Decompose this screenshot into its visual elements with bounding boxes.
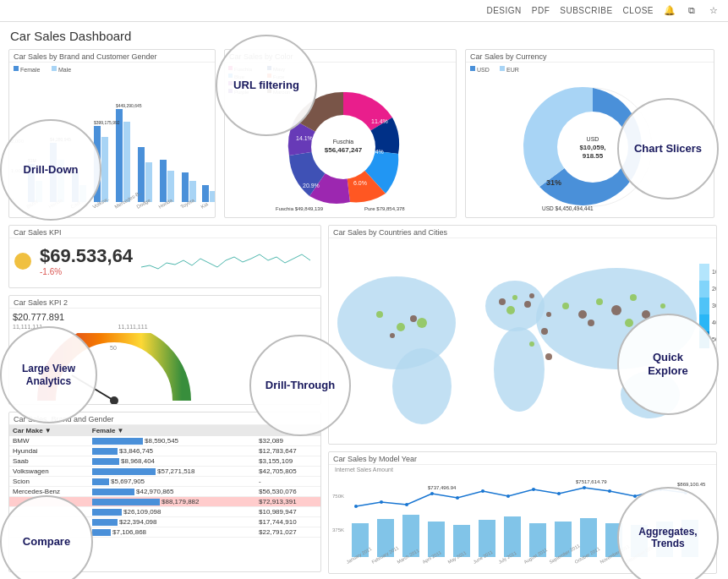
svg-text:$10,059,: $10,059, (579, 144, 605, 151)
svg-text:Male: Male (58, 67, 71, 73)
svg-point-130 (506, 494, 510, 498)
panel-kpi-title: Car Sales KPI (9, 226, 320, 238)
callout-drill-down: Drill-Down (0, 119, 101, 221)
svg-text:USD: USD (587, 136, 599, 142)
svg-point-109 (541, 328, 548, 335)
svg-rect-21 (182, 172, 189, 202)
panel-currency-title: Car Sales by Currency (466, 50, 714, 63)
svg-point-126 (405, 503, 408, 506)
svg-point-124 (354, 505, 358, 508)
panel-map-title: Car Sales by Countries and Cities (329, 226, 716, 238)
svg-point-111 (545, 353, 552, 360)
callout-drill-through: Drill-Through (249, 335, 351, 436)
svg-text:$737,496.94: $737,496.94 (428, 485, 457, 490)
svg-point-129 (481, 489, 484, 493)
col-make: Car Make ▼ (9, 425, 89, 436)
copy-icon[interactable]: ⧉ (686, 5, 698, 17)
svg-rect-23 (202, 185, 209, 202)
table-row: Saab $8,968,404 $3,155,109 (9, 456, 320, 467)
table-row: Mercedes-Benz $42,970,865 $56,530,076 (9, 487, 320, 497)
callout-compare: Compare (0, 495, 93, 579)
svg-rect-19 (160, 160, 167, 202)
svg-point-110 (529, 341, 534, 347)
svg-point-100 (578, 310, 587, 319)
callout-url-filtering: URL filtering (216, 35, 317, 136)
pdf-button[interactable]: PDF (532, 6, 550, 15)
subscribe-button[interactable]: SUBSCRIBE (560, 6, 612, 15)
svg-text:300M: 300M (712, 303, 716, 309)
svg-text:$399,175,992: $399,175,992 (94, 120, 120, 125)
svg-point-95 (512, 295, 517, 300)
design-button[interactable]: DESIGN (486, 6, 521, 15)
svg-text:$449,290,645: $449,290,645 (116, 103, 142, 108)
svg-rect-67 (500, 66, 505, 71)
svg-text:$56,467,247: $56,467,247 (325, 146, 363, 154)
svg-point-97 (506, 306, 515, 314)
svg-point-93 (417, 318, 427, 328)
svg-point-106 (588, 320, 594, 326)
svg-point-92 (390, 333, 395, 338)
col-female: Female ▼ (89, 425, 255, 436)
svg-rect-24 (210, 191, 215, 202)
svg-point-107 (625, 319, 633, 327)
toolbar: DESIGN PDF SUBSCRIBE CLOSE 🔔 ⧉ ☆ (0, 0, 728, 22)
table-row: Hyundai $3,846,745 $12,783,647 (9, 446, 320, 456)
svg-point-85 (485, 281, 545, 331)
table-row: BMW $8,590,545 $32,089 (9, 436, 320, 446)
svg-text:USD $4,450,494,441: USD $4,450,494,441 (542, 205, 594, 211)
svg-text:Fuschia: Fuschia (333, 139, 354, 145)
table-row: Scion $5,697,905 - (9, 477, 320, 487)
svg-text:375K: 375K (332, 527, 344, 533)
svg-point-105 (660, 303, 665, 309)
svg-text:400M: 400M (712, 320, 716, 325)
svg-point-134 (608, 489, 611, 493)
svg-text:31%: 31% (546, 178, 561, 187)
svg-point-131 (532, 488, 535, 491)
close-button[interactable]: CLOSE (623, 6, 654, 15)
svg-point-102 (611, 305, 621, 315)
svg-point-128 (456, 496, 459, 500)
bell-icon[interactable]: 🔔 (664, 5, 676, 17)
svg-point-84 (392, 348, 452, 424)
svg-text:10.4%: 10.4% (367, 149, 384, 155)
svg-point-94 (499, 298, 506, 305)
panel-kpi2-title: Car Sales KPI 2 (9, 296, 320, 309)
svg-text:$7517,614.79: $7517,614.79 (576, 479, 607, 484)
svg-point-132 (557, 492, 561, 495)
callout-large-view: Large View Analytics (0, 326, 97, 423)
svg-text:918.55: 918.55 (583, 152, 604, 160)
kpi-value-section: $69.533,64 -1.6% (40, 245, 133, 276)
svg-point-125 (380, 500, 383, 504)
svg-rect-2 (52, 66, 57, 71)
callout-quick-explore: Quick Explore (617, 314, 719, 415)
svg-text:USD: USD (477, 67, 490, 73)
svg-rect-20 (167, 171, 174, 202)
svg-text:$869,100.45: $869,100.45 (677, 482, 706, 487)
svg-point-86 (494, 327, 545, 412)
svg-rect-18 (145, 162, 152, 202)
callout-chart-slicers: Chart Slicers (617, 98, 719, 199)
callout-aggregates: Aggregates, Trends (617, 487, 719, 579)
panel-model-title: Car Sales by Model Year (329, 452, 716, 465)
kpi2-value: $20.777.891 (13, 312, 317, 322)
star-icon[interactable]: ☆ (708, 5, 720, 17)
svg-rect-113 (699, 281, 709, 298)
kpi-bullet-icon (13, 251, 33, 271)
svg-text:Fuschia $49,849,139: Fuschia $49,849,139 (276, 206, 324, 211)
svg-point-96 (524, 301, 531, 308)
dashboard-title: Car Sales Dashboard (10, 29, 131, 43)
panel-brand-title: Car Sales by Brand and Customer Gender (9, 50, 215, 63)
svg-point-89 (376, 311, 383, 318)
svg-point-91 (410, 315, 417, 322)
kpi-main-value: $69.533,64 (40, 245, 133, 267)
svg-point-103 (630, 294, 637, 301)
kpi-sparkline (141, 242, 310, 280)
svg-point-99 (562, 303, 569, 309)
svg-text:11.4%: 11.4% (371, 118, 388, 124)
svg-text:50: 50 (110, 345, 117, 351)
svg-text:20.9%: 20.9% (303, 183, 320, 188)
kpi-change: -1.6% (40, 267, 133, 276)
svg-rect-16 (123, 122, 130, 202)
svg-text:Female: Female (20, 67, 40, 73)
svg-point-133 (583, 486, 586, 489)
